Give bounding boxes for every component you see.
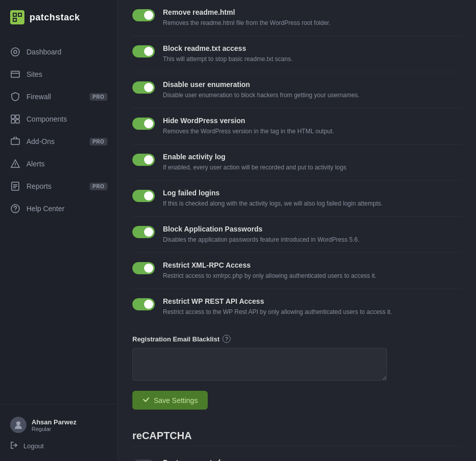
logout-icon — [10, 441, 18, 451]
toggle-row-restrict-rest-api: Restrict WP REST API Access Restrict acc… — [132, 289, 462, 325]
svg-rect-9 — [11, 71, 19, 77]
toggle-title-remove-readme: Remove readme.html — [163, 8, 462, 16]
blacklist-textarea[interactable] — [132, 348, 387, 381]
svg-rect-6 — [14, 19, 16, 21]
addons-icon — [10, 136, 20, 147]
logo-area: patchstack — [0, 0, 118, 37]
addons-pro-badge: PRO — [90, 138, 107, 146]
toggle-switch-restrict-xmlrpc[interactable] — [132, 262, 155, 274]
svg-point-8 — [14, 50, 17, 53]
toggle-desc-remove-readme: Removes the readme.html file from the Wo… — [163, 18, 462, 27]
toggle-slider-block-app-passwords — [132, 226, 155, 238]
toggle-title-log-failed-logins: Log failed logins — [163, 189, 462, 197]
toggle-row-enable-activity-log: Enable activity log If enabled, every us… — [132, 145, 462, 181]
toggle-title-block-readme-txt: Block readme.txt access — [163, 44, 462, 52]
sidebar-item-help[interactable]: Help Center — [0, 197, 118, 220]
save-settings-button[interactable]: Save Settings — [132, 391, 208, 410]
sites-icon — [10, 69, 20, 79]
toggle-switch-hide-wp-version[interactable] — [132, 118, 155, 130]
main-content: Remove readme.html Removes the readme.ht… — [118, 0, 476, 461]
svg-rect-11 — [11, 115, 15, 119]
toggle-desc-restrict-xmlrpc: Restrict access to xmlrpc.php by only al… — [163, 271, 462, 280]
user-area: Ahsan Parwez Regular — [10, 413, 107, 439]
sidebar-item-reports[interactable]: Reports PRO — [0, 175, 118, 197]
toggle-desc-restrict-rest-api: Restrict access to the WP Rest API by on… — [163, 307, 462, 316]
help-center-icon — [10, 204, 20, 214]
dashboard-icon — [10, 47, 20, 57]
toggle-row-disable-user-enum: Disable user enumeration Disable user en… — [132, 72, 462, 108]
svg-rect-14 — [16, 120, 19, 123]
toggle-desc-block-readme-txt: This will attempt to stop basic readme.t… — [163, 54, 462, 64]
toggle-title-restrict-xmlrpc: Restrict XML-RPC Access — [163, 261, 462, 269]
toggle-switch-log-failed-logins[interactable] — [132, 190, 155, 202]
toggle-switch-remove-readme[interactable] — [132, 9, 155, 21]
toggle-slider-restrict-rest-api — [132, 298, 155, 310]
toggle-switch-block-app-passwords[interactable] — [132, 226, 155, 238]
toggle-title-restrict-rest-api: Restrict WP REST API Access — [163, 297, 462, 305]
toggle-title-enable-activity-log: Enable activity log — [163, 153, 462, 161]
svg-rect-5 — [19, 14, 21, 16]
toggle-slider-hide-wp-version — [132, 118, 155, 130]
blacklist-section: Registration Email Blacklist ? — [132, 325, 462, 391]
toggle-content-block-readme-txt: Block readme.txt access This will attemp… — [163, 44, 462, 64]
toggle-switch-block-readme-txt[interactable] — [132, 45, 155, 57]
sidebar-item-dashboard-label: Dashboard — [26, 48, 107, 56]
toggle-content-restrict-rest-api: Restrict WP REST API Access Restrict acc… — [163, 297, 462, 316]
toggle-desc-log-failed-logins: If this is checked along with the activi… — [163, 199, 462, 208]
sidebar-item-addons[interactable]: Add-Ons PRO — [0, 130, 118, 153]
recaptcha-toggles-container: Post comments form Check this if you wan… — [132, 450, 462, 461]
toggle-slider-restrict-xmlrpc — [132, 262, 155, 274]
svg-point-22 — [11, 205, 19, 213]
reports-icon — [10, 181, 20, 191]
toggle-switch-enable-activity-log[interactable] — [132, 154, 155, 166]
toggle-switch-restrict-rest-api[interactable] — [132, 298, 155, 310]
brand-name: patchstack — [30, 12, 80, 23]
user-role: Regular — [32, 426, 76, 432]
toggle-content-block-app-passwords: Block Application Passwords Disables the… — [163, 225, 462, 244]
toggle-switch-disable-user-enum[interactable] — [132, 81, 155, 94]
toggle-desc-enable-activity-log: If enabled, every user action will be re… — [163, 163, 462, 172]
sidebar-item-reports-label: Reports — [26, 182, 83, 190]
sidebar-item-firewall[interactable]: Firewall PRO — [0, 85, 118, 108]
sidebar-bottom: Ahsan Parwez Regular Logout — [0, 404, 118, 461]
recaptcha-toggle-row-post-comments: Post comments form Check this if you wan… — [132, 450, 462, 461]
sidebar-item-sites-label: Sites — [26, 70, 107, 78]
toggle-content-log-failed-logins: Log failed logins If this is checked alo… — [163, 189, 462, 208]
save-checkmark-icon — [143, 396, 150, 405]
svg-rect-15 — [11, 139, 19, 145]
sidebar-item-dashboard[interactable]: Dashboard — [0, 41, 118, 63]
sidebar-item-addons-label: Add-Ons — [26, 137, 83, 146]
toggle-row-hide-wp-version: Hide WordPress version Removes the WordP… — [132, 108, 462, 145]
blacklist-help-icon[interactable]: ? — [222, 335, 231, 343]
sidebar-item-components-label: Components — [26, 115, 107, 123]
toggle-slider-disable-user-enum — [132, 81, 155, 94]
svg-rect-4 — [14, 14, 16, 16]
sidebar-item-alerts[interactable]: Alerts — [0, 153, 118, 175]
toggle-title-block-app-passwords: Block Application Passwords — [163, 225, 462, 233]
svg-point-17 — [15, 165, 16, 166]
firewall-pro-badge: PRO — [90, 93, 107, 101]
firewall-icon — [10, 92, 20, 102]
toggle-slider-block-readme-txt — [132, 45, 155, 57]
toggle-desc-block-app-passwords: Disables the application passwords featu… — [163, 235, 462, 244]
toggle-desc-disable-user-enum: Disable user enumeration to block hacker… — [163, 91, 462, 100]
blacklist-label: Registration Email Blacklist ? — [132, 335, 462, 343]
toggle-title-disable-user-enum: Disable user enumeration — [163, 80, 462, 89]
toggle-row-remove-readme: Remove readme.html Removes the readme.ht… — [132, 0, 462, 36]
toggle-slider-enable-activity-log — [132, 154, 155, 166]
toggle-desc-hide-wp-version: Removes the WordPress version in the tag… — [163, 127, 462, 136]
toggle-row-log-failed-logins: Log failed logins If this is checked alo… — [132, 181, 462, 217]
toggle-content-enable-activity-log: Enable activity log If enabled, every us… — [163, 153, 462, 172]
nav-menu: Dashboard Sites Firewall PRO — [0, 37, 118, 404]
recaptcha-toggle-title-post-comments: Post comments form — [163, 458, 462, 461]
toggle-slider-log-failed-logins — [132, 190, 155, 202]
sidebar-item-sites[interactable]: Sites — [0, 63, 118, 85]
reports-pro-badge: PRO — [90, 183, 107, 190]
user-info: Ahsan Parwez Regular — [32, 418, 76, 432]
svg-point-23 — [15, 211, 16, 212]
avatar — [10, 417, 26, 433]
svg-rect-12 — [16, 115, 19, 119]
logout-button[interactable]: Logout — [10, 439, 107, 453]
sidebar-item-components[interactable]: Components — [0, 108, 118, 130]
toggle-content-hide-wp-version: Hide WordPress version Removes the WordP… — [163, 117, 462, 136]
